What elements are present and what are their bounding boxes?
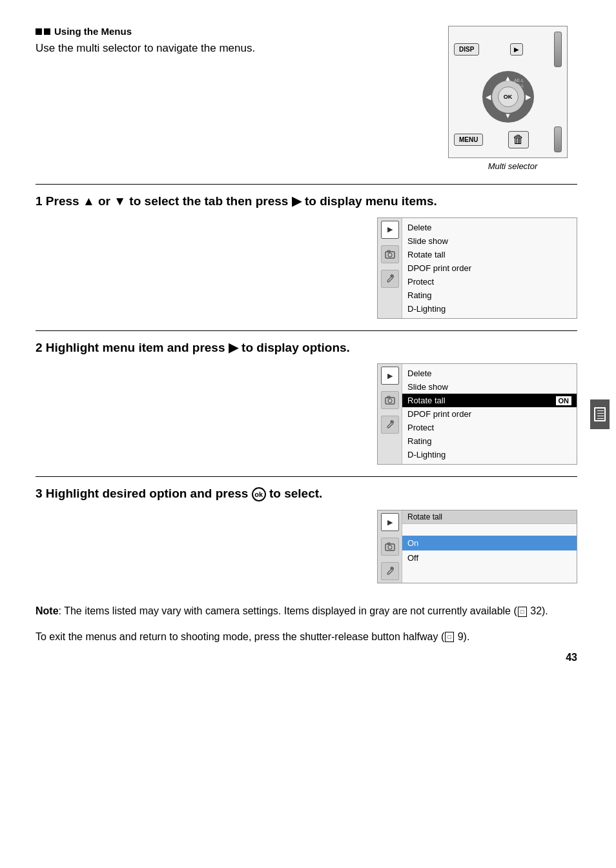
- step2-tab-play[interactable]: ▶: [381, 367, 399, 385]
- camera-diagram-inner: DISP ▶ ▲ ▼ ◀ ▶ AE-LAF-L OK: [448, 26, 568, 158]
- menu-item-rotate[interactable]: Rotate tall: [402, 248, 577, 261]
- step2-menu-panel-inner: ▶ Delete Slide show Rotate tall: [378, 364, 577, 464]
- note2-paragraph: To exit the menus and return to shooting…: [36, 629, 577, 645]
- step1-menu-panel-inner: ▶ Delete Slide show Rotate tall DPOF pri…: [378, 218, 577, 318]
- svg-point-1: [388, 253, 392, 257]
- scroll-bar-right: [554, 126, 562, 152]
- menu-button[interactable]: MENU: [454, 134, 483, 146]
- step2-menu-item-protect[interactable]: Protect: [402, 421, 577, 434]
- book-icon: [594, 407, 606, 421]
- step2-menu-item-delete[interactable]: Delete: [402, 367, 577, 380]
- step1-menu-items: Delete Slide show Rotate tall DPOF print…: [402, 218, 577, 318]
- note-label: Note: [36, 605, 59, 616]
- step2-menu-item-slideshow[interactable]: Slide show: [402, 380, 577, 394]
- step3-item-off[interactable]: Off: [402, 550, 577, 565]
- ae-label: AE-LAF-L: [514, 78, 524, 88]
- section-body: Use the multi selector to navigate the m…: [36, 41, 435, 56]
- step2-menu-panel: ▶ Delete Slide show Rotate tall: [377, 363, 577, 465]
- divider-1: [36, 184, 577, 185]
- step3-content: ▶ Rotate tall On Off: [36, 510, 577, 583]
- using-menus-text: Using the Menus Use the multi selector t…: [36, 26, 448, 56]
- step3-items: Rotate tall On Off: [402, 510, 577, 583]
- step2-menu-items: Delete Slide show Rotate tall ON DPOF pr…: [402, 364, 577, 464]
- delete-button[interactable]: 🗑: [508, 131, 529, 148]
- step2-menu-item-dpof[interactable]: DPOF print order: [402, 407, 577, 421]
- step3-menu-panel: ▶ Rotate tall On Off: [377, 510, 577, 583]
- ref-square-1: □: [518, 607, 527, 617]
- step2-menu-tabs: ▶: [378, 364, 402, 464]
- on-badge: ON: [556, 396, 572, 405]
- step3-spacer2: [402, 565, 577, 578]
- svg-point-7: [388, 545, 392, 549]
- ms-arrow-right: ▶: [526, 93, 531, 101]
- step1-number: 1: [36, 194, 46, 208]
- step1-section: 1 Press ▲ or ▼ to select the tab then pr…: [36, 194, 577, 319]
- menu-item-dlighting[interactable]: D-Lighting: [402, 302, 577, 316]
- menu-item-delete[interactable]: Delete: [402, 221, 577, 234]
- step3-tab-wrench[interactable]: [381, 562, 399, 580]
- black-square-1: [36, 28, 42, 35]
- divider-2: [36, 330, 577, 331]
- multi-selector: ▲ ▼ ◀ ▶ AE-LAF-L OK: [482, 71, 534, 123]
- disp-button[interactable]: DISP: [454, 43, 479, 56]
- tab-wrench[interactable]: [381, 270, 399, 288]
- page-number: 43: [566, 652, 577, 663]
- ref-square-2: □: [445, 632, 454, 642]
- multi-selector-container: ▲ ▼ ◀ ▶ AE-LAF-L OK: [454, 71, 562, 123]
- ok-button[interactable]: OK: [498, 86, 518, 107]
- step3-spacer: [402, 524, 577, 536]
- using-menus-section: Using the Menus Use the multi selector t…: [36, 26, 577, 171]
- book-lines: [597, 410, 604, 411]
- diagram-label: Multi selector: [448, 161, 577, 171]
- step2-menu-item-rotate[interactable]: Rotate tall ON: [402, 394, 577, 407]
- section-title: Using the Menus: [54, 26, 132, 37]
- right-tab: [590, 399, 610, 429]
- step1-content: ▶ Delete Slide show Rotate tall DPOF pri…: [36, 217, 577, 319]
- step2-menu-item-dlighting[interactable]: D-Lighting: [402, 448, 577, 461]
- step2-menu-item-rating[interactable]: Rating: [402, 434, 577, 448]
- notes-section: Note: The items listed may vary with cam…: [36, 603, 577, 645]
- divider-3: [36, 476, 577, 477]
- step1-header: 1 Press ▲ or ▼ to select the tab then pr…: [36, 194, 577, 210]
- step2-header: 2 Highlight menu item and press ▶ to dis…: [36, 340, 577, 356]
- step2-number: 2: [36, 341, 46, 354]
- step1-menu-tabs: ▶: [378, 218, 402, 318]
- svg-point-4: [388, 399, 392, 403]
- step2-content: ▶ Delete Slide show Rotate tall: [36, 363, 577, 465]
- tab-camera[interactable]: [381, 245, 399, 263]
- menu-item-slideshow[interactable]: Slide show: [402, 234, 577, 248]
- note-paragraph: Note: The items listed may vary with cam…: [36, 603, 577, 620]
- step3-header: 3 Highlight desired option and press ok …: [36, 486, 577, 502]
- camera-diagram: DISP ▶ ▲ ▼ ◀ ▶ AE-LAF-L OK: [448, 26, 577, 171]
- scroll-bar[interactable]: [554, 32, 562, 67]
- camera-bottom-row: MENU 🗑: [454, 126, 562, 152]
- menu-item-protect[interactable]: Protect: [402, 275, 577, 288]
- step3-submenu-title: Rotate tall: [402, 510, 577, 524]
- camera-top-row: DISP ▶: [454, 32, 562, 67]
- step3-item-on[interactable]: On: [402, 536, 577, 550]
- section-heading: Using the Menus: [36, 26, 435, 37]
- step2-tab-wrench[interactable]: [381, 416, 399, 434]
- step2-tab-camera[interactable]: [381, 391, 399, 409]
- step3-section: 3 Highlight desired option and press ok …: [36, 486, 577, 583]
- step3-tab-play[interactable]: ▶: [381, 513, 399, 531]
- step3-menu-panel-inner: ▶ Rotate tall On Off: [378, 510, 577, 583]
- ms-arrow-left: ◀: [486, 93, 491, 101]
- step3-menu-tabs: ▶: [378, 510, 402, 583]
- tab-play[interactable]: ▶: [381, 221, 399, 239]
- step3-number: 3: [36, 487, 46, 500]
- ms-arrow-down: ▼: [504, 112, 511, 119]
- menu-item-rating[interactable]: Rating: [402, 288, 577, 302]
- ms-arrow-up: ▲: [504, 74, 511, 82]
- play-button[interactable]: ▶: [510, 43, 523, 56]
- step2-section: 2 Highlight menu item and press ▶ to dis…: [36, 340, 577, 465]
- step3-tab-camera[interactable]: [381, 538, 399, 556]
- menu-item-dpof[interactable]: DPOF print order: [402, 261, 577, 275]
- step1-menu-panel: ▶ Delete Slide show Rotate tall DPOF pri…: [377, 217, 577, 319]
- decorative-squares: [36, 28, 50, 35]
- black-square-2: [44, 28, 50, 35]
- ok-circle-icon: ok: [252, 487, 266, 501]
